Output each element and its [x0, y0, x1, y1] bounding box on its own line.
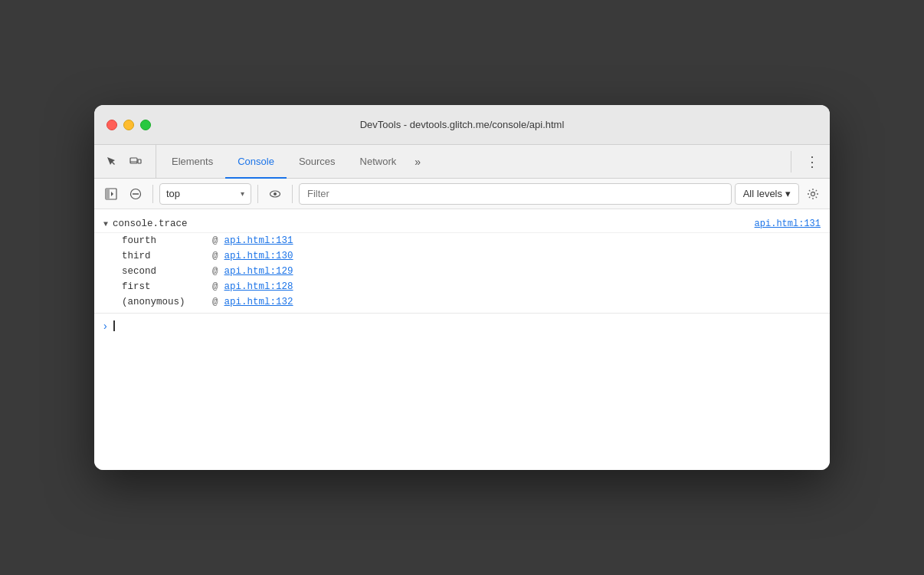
console-input-row: ›: [94, 313, 830, 338]
minimize-button[interactable]: [123, 120, 134, 130]
levels-label: All levels: [743, 188, 782, 199]
stack-link-3[interactable]: api.html:128: [224, 281, 293, 292]
context-value: top: [166, 188, 238, 199]
title-bar: DevTools - devtools.glitch.me/console/ap…: [94, 105, 830, 145]
sidebar-toggle-button[interactable]: [100, 183, 122, 205]
devtools-window: DevTools - devtools.glitch.me/console/ap…: [94, 105, 830, 470]
trace-source-link[interactable]: api.html:131: [755, 219, 821, 229]
stack-link-1[interactable]: api.html:130: [224, 251, 293, 261]
more-tabs-button[interactable]: »: [408, 146, 427, 179]
tab-network[interactable]: Network: [348, 146, 409, 179]
svg-rect-0: [130, 158, 137, 163]
tab-elements[interactable]: Elements: [159, 146, 225, 179]
func-name-3: first: [122, 281, 206, 292]
traffic-lights: [106, 120, 151, 130]
stack-item-4: (anonymous) @ api.html:132: [94, 294, 830, 310]
context-dropdown-arrow: ▾: [241, 189, 244, 198]
toolbar-left-icons: [100, 145, 156, 178]
levels-arrow: ▾: [785, 188, 791, 199]
inspect-element-button[interactable]: [100, 151, 122, 172]
context-selector[interactable]: top ▾: [159, 183, 251, 205]
toolbar-divider-2: [257, 185, 258, 203]
stack-item-1: third @ api.html:130: [94, 248, 830, 264]
settings-button[interactable]: [802, 183, 824, 205]
tabs-right: ⋮: [781, 145, 824, 178]
stack-item-3: first @ api.html:128: [94, 279, 830, 294]
device-toolbar-button[interactable]: [125, 151, 146, 172]
tab-console[interactable]: Console: [225, 146, 287, 179]
close-button[interactable]: [106, 120, 117, 130]
expand-triangle[interactable]: ▼: [103, 220, 108, 228]
trace-header-left: ▼ console.trace: [103, 219, 188, 229]
func-name-1: third: [122, 251, 206, 261]
stack-item-2: second @ api.html:129: [94, 264, 830, 279]
stack-link-2[interactable]: api.html:129: [224, 266, 293, 277]
toolbar-divider-3: [292, 185, 293, 203]
tab-sources[interactable]: Sources: [287, 146, 348, 179]
eye-button[interactable]: [264, 183, 286, 205]
svg-point-9: [274, 192, 277, 196]
stack-link-4[interactable]: api.html:132: [224, 297, 293, 307]
console-cursor: [113, 320, 115, 331]
svg-rect-4: [106, 189, 110, 199]
svg-marker-5: [111, 192, 113, 196]
func-name-0: fourth: [122, 235, 206, 246]
log-levels-button[interactable]: All levels ▾: [735, 183, 799, 205]
console-prompt-chevron[interactable]: ›: [103, 320, 107, 332]
console-content: ▼ console.trace api.html:131 fourth @ ap…: [94, 209, 830, 470]
stack-link-0[interactable]: api.html:131: [224, 235, 293, 246]
filter-input[interactable]: [299, 183, 732, 205]
clear-console-button[interactable]: [125, 183, 146, 205]
trace-label: console.trace: [113, 219, 188, 229]
tabs-divider: [791, 151, 791, 172]
window-title: DevTools - devtools.glitch.me/console/ap…: [360, 119, 565, 130]
func-name-4: (anonymous): [122, 297, 206, 307]
tabs-list: Elements Console Sources Network »: [159, 145, 781, 178]
trace-header-row: ▼ console.trace api.html:131: [94, 215, 830, 233]
tabs-bar: Elements Console Sources Network » ⋮: [94, 145, 830, 179]
console-toolbar: top ▾ All levels ▾: [94, 179, 830, 209]
devtools-menu-button[interactable]: ⋮: [801, 150, 824, 173]
toolbar-divider-1: [152, 185, 153, 203]
stack-item-0: fourth @ api.html:131: [94, 233, 830, 248]
maximize-button[interactable]: [140, 120, 151, 130]
func-name-2: second: [122, 266, 206, 277]
svg-point-10: [811, 192, 815, 196]
svg-rect-1: [138, 159, 141, 163]
